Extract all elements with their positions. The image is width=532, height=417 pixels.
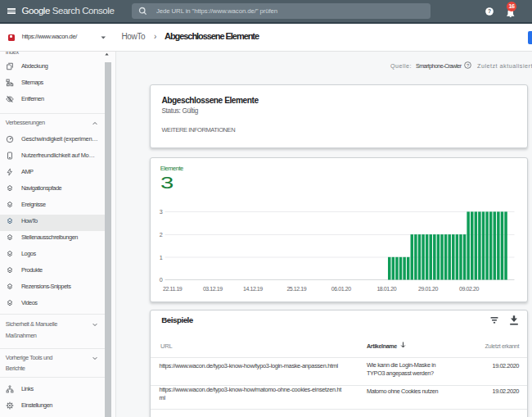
svg-text:18.01.20: 18.01.20	[376, 286, 396, 292]
svg-text:09.02.20: 09.02.20	[459, 286, 479, 292]
svg-text:2: 2	[160, 231, 163, 238]
svg-text:?: ?	[488, 8, 491, 14]
svg-text:22.11.19: 22.11.19	[163, 286, 183, 292]
svg-text:06.01.20: 06.01.20	[331, 286, 351, 292]
svg-text:?: ?	[466, 63, 468, 68]
svg-text:03.12.19: 03.12.19	[203, 286, 223, 292]
svg-text:29.01.20: 29.01.20	[418, 286, 438, 292]
svg-text:1: 1	[160, 254, 163, 261]
svg-text:25.12.19: 25.12.19	[286, 286, 306, 292]
svg-text:3: 3	[160, 208, 163, 215]
svg-text:0: 0	[160, 276, 163, 283]
svg-text:14.12.19: 14.12.19	[243, 286, 263, 292]
